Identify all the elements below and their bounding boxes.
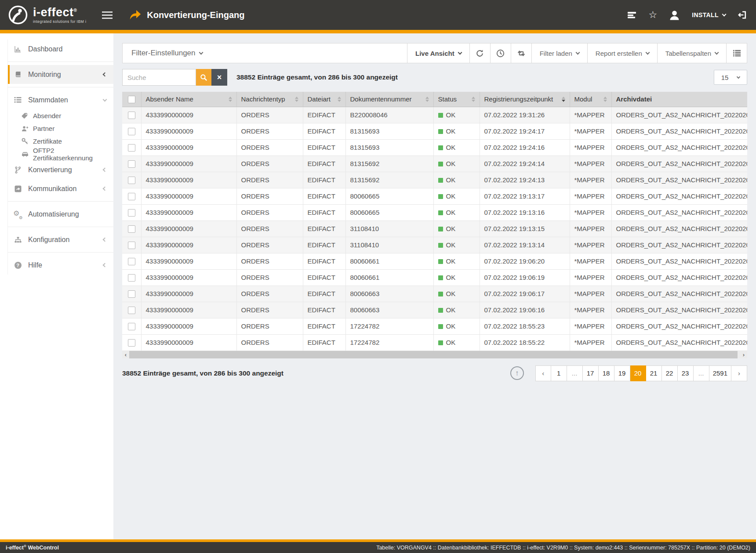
user-menu[interactable]: INSTALL [692,11,726,18]
sidebar-item-zertifikate[interactable]: Zertifikate [8,135,113,148]
book-icon [14,71,22,78]
row-checkbox[interactable] [128,225,135,233]
scroll-to-top-button[interactable]: ↑ [510,366,524,380]
refresh-button[interactable] [470,43,491,63]
live-view-dropdown[interactable]: Live Ansicht [407,43,470,63]
car-icon [21,151,29,157]
col-absender-name[interactable]: Absender Name [141,92,236,107]
sidebar-item-monitoring[interactable]: Monitoring [8,65,113,84]
table-row[interactable]: 4333990000009 ORDERS EDIFACT 80060665 OK… [122,204,747,220]
row-checkbox[interactable] [128,339,135,347]
logout-icon[interactable] [738,11,746,19]
table-view-button[interactable] [727,43,747,63]
row-checkbox[interactable] [128,290,135,298]
scroll-right-button[interactable]: › [740,351,747,358]
page-button-17[interactable]: 17 [583,365,599,381]
table-row[interactable]: 4333990000009 ORDERS EDIFACT 81315693 OK… [122,123,747,139]
sidebar-item-partner[interactable]: Partner [8,122,113,135]
sidebar-item-konfiguration[interactable]: Konfiguration [8,230,113,249]
col-status[interactable]: Status [433,92,480,107]
sidebar-label: Stammdaten [28,96,68,104]
table-row[interactable]: 4333990000009 ORDERS EDIFACT 80060661 OK… [122,269,747,286]
page-button-22[interactable]: 22 [662,365,678,381]
table-row[interactable]: 4333990000009 ORDERS EDIFACT 17224782 OK… [122,334,747,351]
page-button-23[interactable]: 23 [678,365,694,381]
row-checkbox[interactable] [128,242,135,249]
page-size-select[interactable]: 15 [714,70,747,85]
horizontal-scrollbar[interactable]: ‹ › [122,351,747,358]
scrollbar-thumb[interactable] [129,351,738,358]
row-checkbox[interactable] [128,274,135,282]
load-filter-dropdown[interactable]: Filter laden [532,43,588,63]
col-registrierungszeitpunkt[interactable]: Registrierungszeitpunkt [480,92,570,107]
table-row[interactable]: 4333990000009 ORDERS EDIFACT 17224782 OK… [122,318,747,334]
create-report-dropdown[interactable]: Report erstellen [588,43,658,63]
filter-settings-dropdown[interactable]: Filter-Einstellungen [122,43,407,63]
table-row[interactable]: 4333990000009 ORDERS EDIFACT 31108410 OK… [122,237,747,253]
col-nachrichtentyp[interactable]: Nachrichtentyp [236,92,303,107]
table-row[interactable]: 4333990000009 ORDERS EDIFACT 80060665 OK… [122,188,747,204]
table-row[interactable]: 4333990000009 ORDERS EDIFACT 80060663 OK… [122,302,747,318]
cell-absender: 4333990000009 [141,139,236,155]
page-button-1[interactable]: 1 [551,365,567,381]
cell-typ: ORDERS [236,334,303,351]
user-avatar-icon[interactable] [669,10,680,21]
auto-reload-button[interactable] [511,43,532,63]
row-checkbox[interactable] [128,323,135,330]
cell-zeit: 07.02.2022 19:24:17 [480,123,570,139]
row-checkbox[interactable] [128,128,135,135]
next-page-button[interactable]: › [731,365,747,381]
scroll-left-button[interactable]: ‹ [122,351,129,358]
sidebar-item-dashboard[interactable]: Dashboard [8,40,113,58]
page-button-18[interactable]: 18 [599,365,614,381]
page-button-2591[interactable]: 2591 [709,365,731,381]
clear-search-button[interactable]: × [211,69,227,86]
table-row[interactable]: 4333990000009 ORDERS EDIFACT 31108410 OK… [122,220,747,237]
page-button-21[interactable]: 21 [646,365,662,381]
cell-typ: ORDERS [236,302,303,318]
logo-swoosh-icon [8,5,28,25]
col-archivdatei[interactable]: Archivdatei [611,92,747,107]
sidebar-item-konvertierung[interactable]: Konvertierung [8,160,113,179]
row-checkbox[interactable] [128,160,135,168]
favorites-star-icon[interactable]: ☆ [648,10,657,20]
sidebar-item-oftp2[interactable]: OFTP2 Zertifikatserkennung [8,148,113,160]
i-effect-logo[interactable]: i-effect® integrated solutions for IBM i [0,5,99,25]
select-all-checkbox[interactable] [128,96,135,103]
table-row[interactable]: 4333990000009 ORDERS EDIFACT 81315692 OK… [122,172,747,188]
col-dateiart[interactable]: Dateiart [303,92,345,107]
table-row[interactable]: 4333990000009 ORDERS EDIFACT B220008046 … [122,107,747,123]
select-all-header[interactable] [122,92,141,107]
row-checkbox[interactable] [128,193,135,200]
search-button[interactable] [196,69,211,86]
sidebar-item-stammdaten[interactable]: Stammdaten [8,90,113,109]
col-dokumentennummer[interactable]: Dokumentennummer [345,92,433,107]
table-row[interactable]: 4333990000009 ORDERS EDIFACT 81315693 OK… [122,139,747,155]
table-columns-dropdown[interactable]: Tabellenspalten [658,43,727,63]
row-checkbox[interactable] [128,177,135,184]
table-row[interactable]: 4333990000009 ORDERS EDIFACT 81315692 OK… [122,155,747,172]
schedule-button[interactable] [491,43,511,63]
row-checkbox[interactable] [128,144,135,152]
row-checkbox[interactable] [128,258,135,265]
row-checkbox[interactable] [128,112,135,119]
sidebar-item-hilfe[interactable]: ? Hilfe [8,256,113,275]
sidebar-item-kommunikation[interactable]: Kommunikation [8,179,113,198]
page-button-19[interactable]: 19 [614,365,630,381]
row-checkbox[interactable] [128,307,135,314]
sidebar-item-absender[interactable]: Absender [8,109,113,122]
col-modul[interactable]: Modul [570,92,611,107]
prev-page-button[interactable]: ‹ [535,365,551,381]
search-input[interactable] [122,69,196,86]
sidebar-item-automatisierung[interactable]: ⚙⚙ Automatisierung [8,205,113,224]
table-row[interactable]: 4333990000009 ORDERS EDIFACT 80060661 OK… [122,253,747,269]
status-ok-indicator [438,340,443,345]
cell-zeit: 07.02.2022 19:06:16 [480,302,570,318]
table-row[interactable]: 4333990000009 ORDERS EDIFACT 80060663 OK… [122,286,747,302]
system-values-icon[interactable] [627,11,636,19]
accent-stripe [0,30,756,33]
page-button-20-active[interactable]: 20 [630,365,646,381]
row-checkbox[interactable] [128,209,135,217]
cell-doknr: 80060663 [345,302,433,318]
menu-toggle-icon[interactable] [102,11,113,19]
